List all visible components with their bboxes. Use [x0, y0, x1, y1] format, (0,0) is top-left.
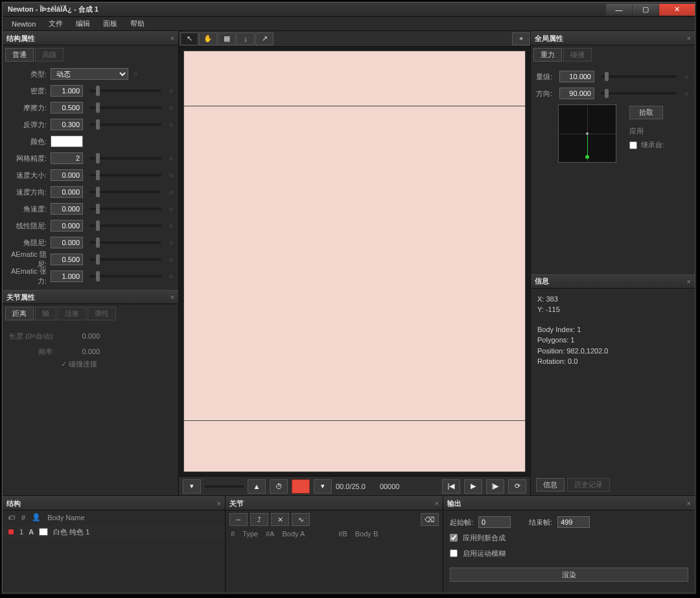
tab-info[interactable]: 信息: [536, 478, 565, 492]
close-icon[interactable]: ×: [687, 278, 691, 285]
clock-icon[interactable]: ⏱: [270, 479, 288, 494]
canvas[interactable]: [183, 51, 526, 472]
snap-icon[interactable]: ⌖: [512, 32, 530, 45]
pointer-tool-icon[interactable]: ↖: [180, 32, 198, 45]
start-frame-input[interactable]: 0: [478, 516, 511, 528]
density-input[interactable]: 1.000: [51, 85, 83, 97]
menu-edit[interactable]: 编辑: [71, 18, 95, 30]
zoom-slider[interactable]: [205, 485, 244, 488]
tag-icon[interactable]: 🏷: [8, 514, 15, 521]
close-icon[interactable]: ×: [435, 499, 439, 507]
menu-newton[interactable]: Newton: [6, 19, 41, 29]
menu-help[interactable]: 帮助: [125, 18, 150, 30]
keyframe-icon[interactable]: ○: [132, 70, 139, 78]
joints-list-header: 关节 ×: [226, 496, 443, 510]
expand-icon[interactable]: ↗: [255, 32, 274, 45]
output-header: 输出 ×: [443, 496, 695, 510]
hand-tool-icon[interactable]: ✋: [199, 32, 217, 45]
layer-swatch: [39, 528, 48, 536]
download-icon[interactable]: ↓: [237, 32, 255, 45]
timeline-bar: ▾ ▲ ⏱ ▾ 00.0/25.0 00000 |◀ ▶ |▶ ⟳: [179, 476, 530, 496]
inherit-checkbox[interactable]: [629, 141, 637, 149]
tab-basic[interactable]: 普通: [5, 48, 34, 62]
menu-bar: Newton 文件 编辑 面板 帮助: [3, 17, 695, 31]
friction-slider[interactable]: [89, 106, 161, 109]
struct-list-header: 结构 ×: [3, 496, 225, 510]
type-label: 类型:: [6, 69, 47, 79]
close-icon[interactable]: ×: [170, 34, 174, 42]
user-icon: 👤: [32, 513, 41, 521]
color-swatch[interactable]: [51, 136, 83, 147]
frame-readout: 00000: [380, 483, 400, 490]
motion-blur-checkbox[interactable]: [450, 549, 458, 557]
direction-slider[interactable]: [601, 92, 677, 95]
tab-advanced[interactable]: 高级: [35, 48, 64, 62]
joint-spring-icon[interactable]: ∿: [292, 513, 310, 526]
bounce-slider[interactable]: [89, 123, 161, 126]
apply-new-comp-checkbox[interactable]: [450, 534, 458, 542]
play-button[interactable]: ▶: [464, 479, 482, 494]
tab-collision[interactable]: 碰撞: [563, 48, 592, 62]
mesh-input[interactable]: 2: [51, 152, 83, 164]
mesh-slider[interactable]: [89, 157, 161, 160]
magnitude-input[interactable]: 10.000: [559, 71, 594, 82]
joint-piston-icon[interactable]: ✕: [271, 513, 289, 526]
menu-panel[interactable]: 面板: [98, 18, 122, 30]
direction-scope[interactable]: [558, 104, 616, 163]
joint-distance-icon[interactable]: ↔: [229, 513, 248, 526]
render-button[interactable]: 渲染: [450, 568, 688, 582]
fit-icon[interactable]: ▲: [248, 479, 266, 494]
fps-readout: 00.0/25.0: [336, 483, 366, 490]
record-button[interactable]: [292, 479, 310, 494]
zoom-menu-icon[interactable]: ▾: [183, 479, 201, 494]
delete-joint-icon[interactable]: ⌫: [421, 513, 439, 526]
step-button[interactable]: |▶: [486, 479, 504, 494]
close-icon[interactable]: ×: [687, 499, 691, 507]
global-props-header: 全局属性 ×: [531, 31, 695, 45]
close-icon[interactable]: ×: [170, 293, 174, 301]
magnitude-slider[interactable]: [601, 75, 677, 78]
friction-input[interactable]: 0.500: [51, 102, 83, 114]
pick-button[interactable]: 拾取: [629, 106, 663, 119]
type-select[interactable]: 动态: [51, 68, 128, 80]
grid-tool-icon[interactable]: ▦: [218, 32, 236, 45]
minimize-button[interactable]: —: [606, 4, 632, 16]
loop-button[interactable]: ⟳: [508, 479, 526, 494]
apply-label: 应用: [629, 125, 664, 138]
window-title: Newton - ÎÞ±êÌâÏÃ¿ - 合成 1: [8, 5, 99, 14]
check-icon: ✓: [61, 360, 67, 368]
end-frame-input[interactable]: 499: [557, 516, 590, 528]
title-bar: Newton - ÎÞ±êÌâÏÃ¿ - 合成 1 — ▢ ✕: [3, 3, 695, 17]
direction-input[interactable]: 90.000: [559, 88, 594, 99]
camera-icon[interactable]: ▾: [314, 479, 332, 494]
viewport[interactable]: [179, 47, 530, 476]
body-color-swatch: [8, 529, 14, 535]
density-slider[interactable]: [89, 90, 161, 92]
close-icon[interactable]: ×: [687, 34, 691, 42]
viewport-toolbar: ↖ ✋ ▦ ↓ ↗ ⌖: [179, 31, 530, 47]
menu-file[interactable]: 文件: [43, 18, 68, 30]
maximize-button[interactable]: ▢: [633, 4, 659, 16]
close-button[interactable]: ✕: [659, 4, 695, 16]
struct-props-header: 结构属性 ×: [3, 31, 178, 45]
bounce-input[interactable]: 0.300: [51, 119, 83, 130]
go-start-button[interactable]: |◀: [442, 479, 460, 494]
close-icon[interactable]: ×: [217, 499, 221, 507]
joint-props-header: 关节属性 ×: [3, 290, 178, 304]
body-row[interactable]: 1 A 白色 纯色 1: [3, 525, 225, 538]
tab-gravity[interactable]: 重力: [533, 48, 562, 62]
tab-history[interactable]: 历史记录: [567, 478, 610, 492]
info-body: X: 383 Y: -115 Body Index: 1 Polygons: 1…: [531, 289, 695, 372]
tab-distance[interactable]: 距离: [5, 307, 34, 320]
joint-pivot-icon[interactable]: ⤴: [250, 513, 268, 526]
info-header: 信息 ×: [531, 274, 695, 289]
